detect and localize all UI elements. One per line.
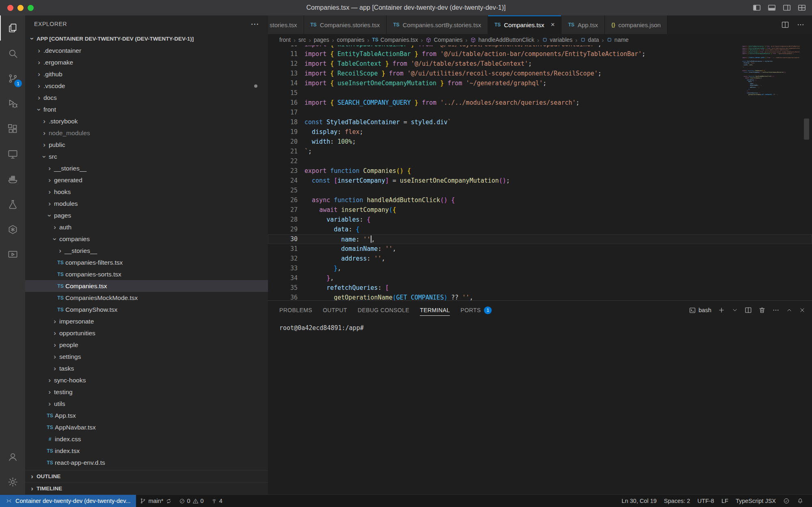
tree-item-opportunities[interactable]: ›opportunities xyxy=(25,327,268,339)
breadcrumb-name[interactable]: name xyxy=(607,37,628,43)
code-line[interactable]: 33 }, xyxy=(268,263,812,273)
activity-search-icon[interactable] xyxy=(0,41,25,66)
tree-item-.devcontainer[interactable]: ›.devcontainer xyxy=(25,45,268,56)
code-line[interactable]: 22 xyxy=(268,156,812,166)
tree-item-.vscode[interactable]: ›.vscode xyxy=(25,80,268,92)
tree-item-people[interactable]: ›people xyxy=(25,339,268,351)
code-line[interactable]: 11import { EntityTableActionBar } from '… xyxy=(268,49,812,59)
code-line[interactable]: 10import { WithTopBarContainer } from '@… xyxy=(268,45,812,49)
tree-item-pages[interactable]: ›pages xyxy=(25,209,268,221)
tab-Companies.sortBy.stories.tsx[interactable]: TSCompanies.sortBy.stories.tsx xyxy=(387,15,488,34)
tree-item-App.tsx[interactable]: TSApp.tsx xyxy=(25,410,268,421)
code-line[interactable]: 15 xyxy=(268,88,812,98)
zoom-window-button[interactable] xyxy=(28,5,34,11)
terminal-dropdown-icon[interactable] xyxy=(732,307,738,313)
tab-Companies.stories.tsx[interactable]: TSCompanies.stories.tsx xyxy=(304,15,387,34)
tree-item-.ergomake[interactable]: ›.ergomake xyxy=(25,56,268,68)
code-line[interactable]: 34 }, xyxy=(268,273,812,283)
editor-scrollbar[interactable] xyxy=(801,45,812,300)
activity-accounts-icon[interactable] xyxy=(0,444,25,469)
panel-tab-output[interactable]: OUTPUT xyxy=(323,301,347,319)
breadcrumb-variables[interactable]: variables xyxy=(542,37,572,43)
tree-item-generated[interactable]: ›generated xyxy=(25,174,268,186)
activity-extensions-icon[interactable] xyxy=(0,116,25,141)
indentation-status[interactable]: Spaces: 2 xyxy=(660,498,694,504)
activity-kubernetes-icon[interactable] xyxy=(0,217,25,242)
terminal-content[interactable]: root@0a42ecd84891:/app# xyxy=(268,319,812,494)
panel-tab-terminal[interactable]: TERMINAL xyxy=(420,301,450,319)
code-line[interactable]: 16import { SEARCH_COMPANY_QUERY } from '… xyxy=(268,98,812,108)
eol-status[interactable]: LF xyxy=(718,498,732,504)
breadcrumb-companies[interactable]: companies xyxy=(337,37,365,43)
explorer-more-actions-icon[interactable]: ⋯ xyxy=(251,19,259,29)
toggle-secondary-sidebar-icon[interactable] xyxy=(782,3,791,12)
breadcrumb-src[interactable]: src xyxy=(298,37,306,43)
editor[interactable]: 10import { WithTopBarContainer } from '@… xyxy=(268,45,812,300)
outline-section[interactable]: › OUTLINE xyxy=(25,470,268,482)
activity-explorer-icon[interactable] xyxy=(0,15,25,41)
code-line[interactable]: 18const StyledTableContainer = styled.di… xyxy=(268,117,812,127)
tree-item-src[interactable]: ›src xyxy=(25,151,268,162)
tree-item-index.tsx[interactable]: TSindex.tsx xyxy=(25,445,268,457)
code-line[interactable]: 30 name: '', xyxy=(268,234,812,244)
code-line[interactable]: 19 display: flex; xyxy=(268,127,812,137)
tab-Companies.tsx[interactable]: TSCompanies.tsx× xyxy=(488,15,562,34)
code-line[interactable]: 13import { RecoilScope } from '@/ui/util… xyxy=(268,69,812,78)
split-editor-icon[interactable] xyxy=(781,21,789,29)
code-line[interactable]: 23export function Companies() { xyxy=(268,166,812,176)
toggle-panel-icon[interactable] xyxy=(767,3,776,12)
breadcrumb-Companies[interactable]: Companies xyxy=(425,37,462,43)
breadcrumb-pages[interactable]: pages xyxy=(314,37,329,43)
cursor-position-status[interactable]: Ln 30, Col 19 xyxy=(618,498,660,504)
code-line[interactable]: 14import { useInsertOneCompanyMutation }… xyxy=(268,78,812,88)
kill-terminal-icon[interactable] xyxy=(758,306,766,314)
code-line[interactable]: 36 getOperationName(GET_COMPANIES) ?? ''… xyxy=(268,293,812,300)
breadcrumb-data[interactable]: data xyxy=(580,37,599,43)
code-line[interactable]: 21`; xyxy=(268,147,812,156)
terminal-shell-selector[interactable]: bash xyxy=(689,307,711,314)
tree-item-tasks[interactable]: ›tasks xyxy=(25,362,268,374)
panel-tab-ports[interactable]: PORTS1 xyxy=(460,301,492,319)
activity-source-control-icon[interactable]: 1 xyxy=(0,66,25,91)
maximize-panel-icon[interactable] xyxy=(786,307,793,313)
tab-companies.json[interactable]: {}companies.json xyxy=(605,15,668,34)
activity-testing-icon[interactable] xyxy=(0,192,25,217)
split-terminal-icon[interactable] xyxy=(745,306,752,314)
tree-item-companies-filters.tsx[interactable]: TScompanies-filters.tsx xyxy=(25,257,268,268)
breadcrumb-handleAddButtonClick[interactable]: handleAddButtonClick xyxy=(470,37,534,43)
tree-item-__stories__[interactable]: ›__stories__ xyxy=(25,162,268,174)
tree-item-modules[interactable]: ›modules xyxy=(25,198,268,209)
minimize-window-button[interactable] xyxy=(17,5,24,11)
code-line[interactable]: 32 address: '', xyxy=(268,254,812,263)
tree-item-react-app-env.d.ts[interactable]: TSreact-app-env.d.ts xyxy=(25,457,268,468)
tree-item-node_modules[interactable]: ›node_modules xyxy=(25,127,268,139)
editor-more-actions-icon[interactable] xyxy=(797,21,805,29)
remote-indicator[interactable]: Container dev-twenty-dev (dev-twenty-dev… xyxy=(0,495,136,507)
tab-App.tsx[interactable]: TSApp.tsx xyxy=(561,15,605,34)
ports-status[interactable]: 4 xyxy=(207,495,226,507)
encoding-status[interactable]: UTF-8 xyxy=(694,498,718,504)
tree-item-.storybook[interactable]: ›.storybook xyxy=(25,115,268,127)
tree-item-docs[interactable]: ›docs xyxy=(25,92,268,104)
minimap[interactable]: import { WithTopBarContainer } from '@/u… xyxy=(742,45,800,96)
tree-item-impersonate[interactable]: ›impersonate xyxy=(25,315,268,327)
tree-item-testing[interactable]: ›testing xyxy=(25,386,268,398)
close-tab-icon[interactable]: × xyxy=(551,21,555,29)
close-panel-icon[interactable] xyxy=(799,307,806,313)
tree-item-utils[interactable]: ›utils xyxy=(25,398,268,410)
code-line[interactable]: 12import { TableContext } from '@/ui/tab… xyxy=(268,59,812,69)
code-line[interactable]: 20 width: 100%; xyxy=(268,137,812,147)
code-line[interactable]: 26 async function handleAddButtonClick()… xyxy=(268,195,812,205)
tree-item-settings[interactable]: ›settings xyxy=(25,351,268,362)
code-line[interactable]: 35 refetchQueries: [ xyxy=(268,283,812,293)
new-terminal-icon[interactable] xyxy=(718,306,725,314)
breadcrumb-Companies.tsx[interactable]: TSCompanies.tsx xyxy=(372,37,418,43)
activity-settings-icon[interactable] xyxy=(0,469,25,494)
tree-item-CompanyShow.tsx[interactable]: TSCompanyShow.tsx xyxy=(25,304,268,315)
notifications[interactable] xyxy=(793,498,807,504)
tree-item-CompaniesMockMode.tsx[interactable]: TSCompaniesMockMode.tsx xyxy=(25,292,268,304)
activity-live-preview-icon[interactable] xyxy=(0,242,25,267)
tree-item-companies[interactable]: ›companies xyxy=(25,233,268,245)
tree-item-Companies.tsx[interactable]: TSCompanies.tsx xyxy=(25,280,268,292)
tree-item-__stories__[interactable]: ›__stories__ xyxy=(25,245,268,257)
